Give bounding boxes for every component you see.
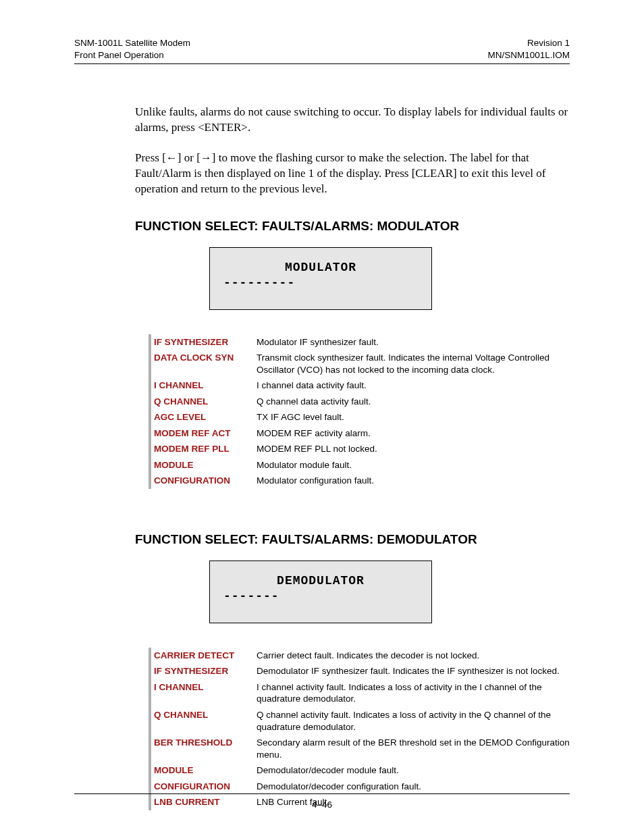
- header-left: SNM-1001L Satellite Modem Front Panel Op…: [74, 37, 190, 61]
- fault-description: Modulator configuration fault.: [254, 473, 571, 489]
- header-right-line1: Revision 1: [487, 37, 570, 49]
- fault-description: MODEM REF PLL not locked.: [254, 441, 571, 457]
- fault-name: I CHANNEL: [154, 679, 254, 707]
- fault-table: CARRIER DETECTCarrier detect fault. Indi…: [149, 648, 574, 810]
- fault-description: Modulator module fault.: [254, 457, 571, 473]
- section-heading: FUNCTION SELECT: FAULTS/ALARMS: DEMODULA…: [135, 532, 570, 547]
- fault-name: CARRIER DETECT: [154, 648, 254, 664]
- fault-name: CONFIGURATION: [154, 473, 254, 489]
- fault-grid: IF SYNTHESIZERModulator IF synthesizer f…: [149, 334, 574, 489]
- page: SNM-1001L Satellite Modem Front Panel Op…: [0, 0, 644, 834]
- fault-description: Q channel data activity fault.: [254, 394, 571, 410]
- lcd-line-1: DEMODULATOR: [217, 573, 425, 589]
- fault-description: MODEM REF activity alarm.: [254, 425, 571, 442]
- header-left-line2: Front Panel Operation: [74, 49, 190, 61]
- fault-table: IF SYNTHESIZERModulator IF synthesizer f…: [149, 334, 574, 489]
- fault-description: Demodulator/decoder configuration fault.: [254, 779, 571, 795]
- intro-paragraph-2: Press [←] or [→] to move the flashing cu…: [135, 151, 570, 197]
- table-left-bar: [149, 334, 151, 489]
- fault-name: DATA CLOCK SYN: [154, 350, 254, 377]
- fault-description: I channel activity fault. Indicates a lo…: [254, 679, 571, 707]
- table-left-bar: [149, 648, 151, 810]
- fault-description: Carrier detect fault. Indicates the deco…: [254, 648, 571, 664]
- lcd-line-2: ---------: [217, 276, 425, 291]
- fault-grid: CARRIER DETECTCarrier detect fault. Indi…: [149, 648, 574, 810]
- header-right-line2: MN/SNM1001L.IOM: [487, 49, 570, 61]
- fault-description: Demodulator/decoder module fault.: [254, 762, 571, 779]
- fault-description: Transmit clock synthesizer fault. Indica…: [254, 350, 571, 377]
- fault-name: Q CHANNEL: [154, 394, 254, 410]
- lcd-display: MODULATOR---------: [209, 247, 432, 310]
- intro-paragraph-1: Unlike faults, alarms do not cause switc…: [135, 105, 570, 136]
- fault-description: I channel data activity fault.: [254, 377, 571, 394]
- lcd-line-2: -------: [217, 589, 425, 604]
- fault-description: Modulator IF synthesizer fault.: [254, 334, 571, 350]
- page-number: 4–46: [74, 794, 570, 810]
- fault-description: Demodulator IF synthesizer fault. Indica…: [254, 663, 571, 679]
- header-divider: [74, 63, 570, 64]
- lcd-display: DEMODULATOR-------: [209, 561, 432, 623]
- fault-name: MODULE: [154, 457, 254, 473]
- fault-name: AGC LEVEL: [154, 409, 254, 425]
- section-heading: FUNCTION SELECT: FAULTS/ALARMS: MODULATO…: [135, 219, 570, 234]
- fault-name: MODEM REF PLL: [154, 441, 254, 457]
- fault-name: MODEM REF ACT: [154, 425, 254, 442]
- fault-name: IF SYNTHESIZER: [154, 334, 254, 350]
- lcd-line-1: MODULATOR: [217, 260, 425, 276]
- header-left-line1: SNM-1001L Satellite Modem: [74, 37, 190, 49]
- fault-name: Q CHANNEL: [154, 707, 254, 735]
- fault-name: MODULE: [154, 762, 254, 779]
- fault-name: CONFIGURATION: [154, 779, 254, 795]
- fault-description: Q channel activity fault. Indicates a lo…: [254, 707, 571, 735]
- fault-name: I CHANNEL: [154, 377, 254, 394]
- fault-name: IF SYNTHESIZER: [154, 663, 254, 679]
- fault-description: Secondary alarm result of the BER thresh…: [254, 735, 571, 762]
- page-footer: 4–46: [74, 793, 570, 810]
- fault-description: TX IF AGC level fault.: [254, 409, 571, 425]
- intro-text: Unlike faults, alarms do not cause switc…: [135, 105, 570, 197]
- header-right: Revision 1 MN/SNM1001L.IOM: [487, 37, 570, 61]
- fault-name: BER THRESHOLD: [154, 735, 254, 762]
- page-header: SNM-1001L Satellite Modem Front Panel Op…: [74, 37, 570, 61]
